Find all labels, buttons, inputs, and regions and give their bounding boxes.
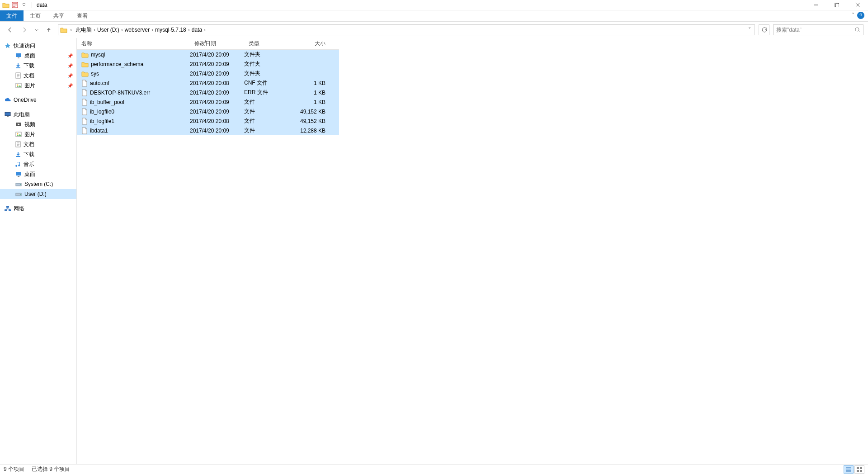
ribbon-tab[interactable]: 主页 (24, 10, 47, 21)
file-row[interactable]: mysql2017/4/20 20:09文件夹 (77, 50, 339, 59)
sidebar-item-label: OneDrive (14, 97, 37, 103)
minimize-button[interactable] (806, 0, 826, 10)
sidebar-item[interactable]: 文档📌 (0, 71, 76, 81)
file-modified: 2017/4/20 20:09 (190, 61, 244, 67)
sort-indicator-icon: ▲ (203, 39, 208, 43)
pin-icon: 📌 (67, 63, 73, 68)
pic-icon (15, 83, 22, 88)
ribbon-tab[interactable]: 查看 (71, 10, 94, 21)
svg-point-3 (855, 28, 859, 31)
column-size[interactable]: 大小 (289, 40, 330, 47)
view-thumbnails-button[interactable] (854, 465, 864, 474)
file-row[interactable]: auto.cnf2017/4/20 20:08CNF 文件1 KB (77, 78, 339, 88)
file-row[interactable]: ibdata12017/4/20 20:09文件12,288 KB (77, 126, 339, 135)
sidebar-item[interactable]: 下载📌 (0, 61, 76, 71)
sidebar-item[interactable]: 下载 (0, 149, 76, 159)
network-icon (5, 206, 11, 211)
sidebar-item[interactable]: System (C:) (0, 179, 76, 189)
column-type[interactable]: 类型 (244, 40, 289, 47)
view-details-button[interactable] (844, 465, 854, 474)
svg-rect-21 (6, 206, 9, 208)
sidebar-item-label: 下载 (24, 151, 34, 158)
address-dropdown-icon[interactable]: ˅ (745, 27, 754, 33)
ribbon-tabs: 文件主页共享查看 ˅ ? (0, 10, 868, 22)
sidebar-item-label: User (D:) (24, 191, 47, 197)
file-modified: 2017/4/20 20:08 (190, 80, 244, 86)
ribbon-tab[interactable]: 文件 (0, 10, 24, 21)
file-modified: 2017/4/20 20:08 (190, 118, 244, 124)
sidebar-item-label: 网络 (14, 205, 24, 213)
file-type: 文件夹 (244, 51, 289, 58)
desktop-icon (15, 171, 22, 177)
file-size: 12,288 KB (289, 128, 330, 134)
file-type: 文件 (244, 117, 289, 125)
sidebar-item[interactable]: 桌面 (0, 169, 76, 179)
sidebar-item[interactable]: 视频 (0, 119, 76, 129)
sidebar-item-label: 此电脑 (14, 111, 30, 118)
close-button[interactable] (847, 0, 868, 10)
status-item-count: 9 个项目 (4, 465, 24, 473)
chevron-right-icon[interactable]: › (70, 27, 72, 33)
sidebar-item-label: 桌面 (24, 171, 35, 178)
svg-rect-2 (835, 4, 839, 7)
pin-icon: 📌 (67, 83, 73, 88)
svg-rect-9 (5, 112, 10, 116)
recent-dropdown[interactable] (33, 24, 40, 35)
sidebar-item[interactable]: 桌面📌 (0, 51, 76, 61)
help-icon[interactable]: ? (857, 12, 864, 19)
file-name: sys (91, 71, 99, 77)
sidebar-quick-access[interactable]: 快速访问 (0, 41, 76, 51)
file-modified: 2017/4/20 20:09 (190, 109, 244, 115)
ribbon-tab[interactable]: 共享 (47, 10, 71, 21)
sidebar-item[interactable]: 音乐 (0, 159, 76, 169)
sidebar-item[interactable]: User (D:) (0, 189, 76, 199)
breadcrumb-segment[interactable]: User (D:) (95, 27, 121, 33)
file-type: CNF 文件 (244, 79, 289, 87)
status-bar: 9 个项目 已选择 9 个项目 (0, 464, 868, 474)
breadcrumb-segment[interactable]: 此电脑 (74, 27, 94, 33)
breadcrumb-segment[interactable]: mysql-5.7.18 (153, 27, 188, 33)
file-row[interactable]: DESKTOP-8NTKUV3.err2017/4/20 20:09ERR 文件… (77, 88, 339, 97)
up-button[interactable] (43, 24, 54, 35)
quick-access-toolbar (0, 1, 30, 9)
sidebar-item-label: 文档 (24, 72, 34, 80)
svg-rect-5 (18, 57, 19, 58)
column-name[interactable]: 名称 (77, 40, 190, 47)
breadcrumb-segment[interactable]: data (190, 27, 204, 33)
column-modified[interactable]: 修改日期 (190, 40, 244, 47)
ribbon-help: ˅ ? (852, 12, 864, 19)
svg-rect-24 (857, 467, 859, 469)
sidebar-item[interactable]: 图片📌 (0, 81, 76, 90)
video-icon (15, 122, 22, 127)
pic-icon (15, 132, 22, 137)
sidebar-network[interactable]: 网络 (0, 204, 76, 213)
address-bar[interactable]: › 此电脑›User (D:)›webserver›mysql-5.7.18›d… (58, 24, 755, 35)
back-button[interactable] (5, 24, 15, 35)
qat-dropdown-icon[interactable] (20, 1, 28, 9)
svg-rect-15 (16, 172, 21, 175)
file-type: ERR 文件 (244, 89, 289, 96)
file-type: 文件夹 (244, 70, 289, 77)
maximize-button[interactable] (826, 0, 847, 10)
search-input[interactable] (776, 27, 855, 33)
sidebar-item-label: 图片 (24, 82, 35, 90)
chevron-right-icon[interactable]: › (204, 27, 206, 33)
refresh-button[interactable] (759, 24, 769, 35)
ribbon-collapse-icon[interactable]: ˅ (852, 12, 854, 19)
sidebar-onedrive[interactable]: OneDrive (0, 95, 76, 105)
file-row[interactable]: performance_schema2017/4/20 20:09文件夹 (77, 59, 339, 69)
window-title: data (37, 2, 47, 8)
properties-icon[interactable] (11, 1, 19, 9)
sidebar-item[interactable]: 文档 (0, 139, 76, 149)
search-box[interactable] (773, 24, 863, 35)
sidebar-this-pc[interactable]: 此电脑 (0, 109, 76, 119)
forward-button[interactable] (19, 24, 30, 35)
file-row[interactable]: sys2017/4/20 20:09文件夹 (77, 69, 339, 78)
svg-rect-27 (860, 470, 862, 472)
file-row[interactable]: ib_buffer_pool2017/4/20 20:09文件1 KB (77, 97, 339, 107)
sidebar-item[interactable]: 图片 (0, 129, 76, 139)
file-row[interactable]: ib_logfile02017/4/20 20:09文件49,152 KB (77, 107, 339, 116)
file-type: 文件 (244, 108, 289, 115)
breadcrumb-segment[interactable]: webserver (123, 27, 151, 33)
file-row[interactable]: ib_logfile12017/4/20 20:08文件49,152 KB (77, 116, 339, 126)
